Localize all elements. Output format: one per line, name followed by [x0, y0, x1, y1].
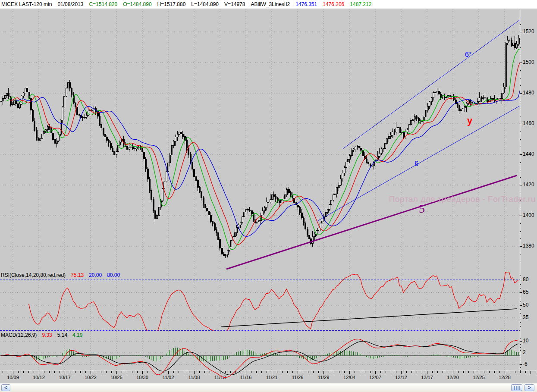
vertical-gridlines	[13, 9, 505, 272]
rsi-35-label: 35	[523, 314, 528, 320]
date-major-tick	[142, 371, 143, 374]
price-1460-label: 1460	[523, 120, 534, 126]
date-major-tick	[401, 371, 402, 374]
date-minor-tick	[3, 371, 3, 373]
date-minor-tick	[210, 371, 210, 373]
x-axis-label: 11/29	[315, 375, 332, 380]
date-minor-tick	[536, 371, 536, 373]
scrollbar-thumb[interactable]	[511, 384, 522, 391]
macd-label: MACD(12,26,9)	[1, 332, 37, 338]
rsi-trendline[interactable]	[221, 309, 517, 327]
date-minor-tick	[85, 371, 86, 373]
price-1400-label: 1400	[523, 212, 534, 218]
date-minor-tick	[292, 371, 293, 373]
macd-value: 9.33	[42, 332, 52, 338]
date-axis: 10/0910/1210/1710/2210/2510/3011/0211/08…	[0, 371, 537, 383]
x-axis-label: 10/09	[4, 375, 22, 380]
x-axis-label: 12/17	[418, 375, 436, 380]
date-minor-tick	[137, 371, 138, 373]
x-axis-label: 10/17	[56, 375, 73, 380]
date-minor-tick	[355, 371, 355, 373]
date-minor-tick	[520, 371, 521, 373]
date-minor-tick	[277, 371, 277, 373]
date-minor-tick	[422, 371, 422, 373]
date-major-tick	[505, 371, 505, 374]
rsi-level-high: 80.00	[107, 272, 120, 278]
x-axis-label: 12/25	[470, 375, 487, 380]
price-chart[interactable]: 6*y65	[0, 9, 520, 272]
x-axis-label: 10/25	[108, 375, 125, 380]
date-minor-tick	[179, 371, 179, 373]
macd-10-label: 10	[523, 338, 528, 344]
date-minor-tick	[158, 371, 158, 373]
x-axis-label: 12/20	[444, 375, 462, 380]
horizontal-scrollbar[interactable]: < >	[0, 383, 537, 392]
date-minor-tick	[334, 371, 334, 373]
date-minor-tick	[417, 371, 417, 373]
x-axis-label: 12/28	[496, 375, 513, 380]
x-axis-label: 10/12	[30, 375, 47, 380]
date-minor-tick	[406, 371, 407, 373]
date-minor-tick	[365, 371, 365, 373]
x-axis-label: 11/26	[289, 375, 306, 380]
x-axis-label: 12/07	[367, 375, 384, 380]
date-minor-tick	[148, 371, 148, 373]
date-major-tick	[194, 371, 195, 374]
date-minor-tick	[96, 371, 96, 373]
date-minor-tick	[474, 371, 474, 373]
date-minor-tick	[437, 371, 438, 373]
date-minor-tick	[391, 371, 391, 373]
date-minor-tick	[28, 371, 29, 373]
date-major-tick	[168, 371, 169, 374]
date-major-tick	[479, 371, 479, 374]
macd-signal-value: 5.14	[57, 332, 67, 338]
wave-annotation: 6*	[465, 51, 471, 58]
date-minor-tick	[75, 371, 75, 373]
date-minor-tick	[204, 371, 205, 373]
date-minor-tick	[463, 371, 464, 373]
x-axis-label: 10/30	[134, 375, 151, 380]
date-minor-tick	[60, 371, 60, 373]
date-major-tick	[116, 371, 117, 374]
scroll-left-button[interactable]: <	[1, 384, 10, 391]
date-major-tick	[246, 371, 246, 374]
date-minor-tick	[49, 371, 50, 373]
wave-annotation: y	[467, 115, 473, 126]
date-minor-tick	[287, 371, 288, 373]
date-minor-tick	[308, 371, 308, 373]
date-minor-tick	[132, 371, 132, 373]
date-minor-tick	[8, 371, 8, 373]
date-major-tick	[298, 371, 298, 374]
rsi-chart[interactable]	[0, 272, 520, 331]
date-minor-tick	[458, 371, 458, 373]
x-axis-label: 11/02	[160, 375, 177, 380]
date-minor-tick	[189, 371, 189, 373]
date-major-tick	[220, 371, 220, 374]
price-1480-label: 1480	[523, 90, 534, 96]
wave-5-trendline[interactable]	[226, 176, 517, 269]
macd--6-label: -6	[523, 361, 528, 367]
x-axis-label: 11/21	[263, 375, 280, 380]
date-minor-tick	[510, 371, 510, 373]
symbol-title: MICEX LAST-120 min	[1, 1, 52, 7]
date-minor-tick	[34, 371, 34, 373]
rsi-80-label: 80	[523, 276, 528, 282]
macd-signal-line	[1, 341, 518, 375]
date-minor-tick	[70, 371, 70, 373]
date-minor-tick	[499, 371, 500, 373]
date-major-tick	[65, 371, 65, 374]
date-minor-tick	[267, 371, 267, 373]
rsi-65-label: 65	[523, 289, 528, 295]
date-minor-tick	[380, 371, 381, 373]
date-major-tick	[272, 371, 272, 374]
grip-icon	[514, 386, 520, 390]
scroll-right-button[interactable]: >	[524, 384, 534, 391]
horizontal-gridlines	[0, 32, 520, 246]
x-axis-label: 11/16	[237, 375, 254, 380]
price-1420-label: 1420	[523, 182, 534, 188]
date-minor-tick	[448, 371, 448, 373]
date-minor-tick	[515, 371, 515, 373]
x-axis-label: 12/12	[393, 375, 410, 380]
channel-upper[interactable]	[343, 19, 520, 149]
date-minor-tick	[282, 371, 283, 373]
